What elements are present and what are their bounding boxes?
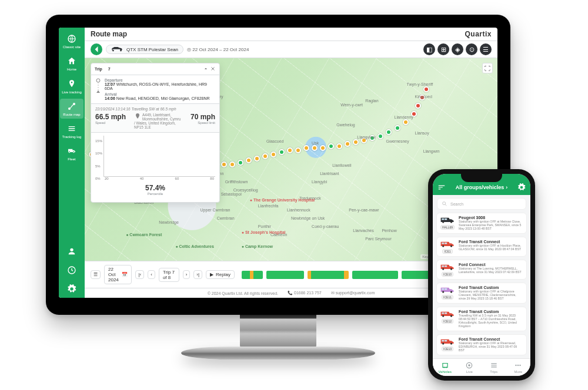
trip-pager[interactable]: Trip 7 of 8 bbox=[159, 268, 179, 282]
place-label: Usk bbox=[312, 141, 319, 145]
vehicle-id-tag: ICE13 bbox=[442, 347, 453, 351]
place-label: Parc Seymour bbox=[365, 237, 391, 241]
mapstyle-button-4[interactable]: ⊙ bbox=[466, 43, 477, 55]
sidebar-item-home[interactable]: Home bbox=[60, 53, 83, 73]
nav-tab-live[interactable]: Live bbox=[457, 359, 482, 376]
place-label: Llangview bbox=[357, 135, 375, 139]
mobile-nav: Vehicles Live Trips More bbox=[433, 358, 530, 376]
gear-icon[interactable] bbox=[517, 183, 526, 191]
place-label: Glascoed bbox=[266, 139, 284, 143]
vehicle-list[interactable]: HALL69 Peugeot 3008Stationary with ignit… bbox=[433, 213, 530, 358]
place-label: Llangybi bbox=[312, 180, 327, 184]
date-range: ◎ 22 Oct 2024 – 22 Oct 2024 bbox=[187, 47, 249, 52]
place-label: Newbridge bbox=[159, 220, 178, 224]
svg-rect-27 bbox=[442, 312, 444, 314]
svg-point-7 bbox=[443, 202, 446, 205]
vehicle-row[interactable]: ICE1 Ford Transit ConnectStationary with… bbox=[436, 237, 527, 257]
place-label: Llandenny bbox=[395, 115, 413, 119]
chevron-up-icon[interactable] bbox=[203, 66, 209, 72]
svg-rect-23 bbox=[442, 288, 444, 290]
first-trip-button[interactable]: |‹ bbox=[135, 270, 144, 279]
next-trip-button[interactable]: › bbox=[183, 270, 191, 279]
svg-point-10 bbox=[450, 221, 452, 223]
place-label: Gwernesney bbox=[386, 139, 409, 143]
svg-rect-15 bbox=[442, 243, 444, 244]
svg-rect-31 bbox=[442, 340, 444, 341]
vehicle-row[interactable]: ICE13 Ford Transit ConnectStationary wit… bbox=[436, 334, 527, 355]
brand-logo: Quartix bbox=[465, 30, 492, 38]
vehicle-row[interactable]: ICE10 Ford ConnectStationary at The Loan… bbox=[436, 260, 527, 280]
timeline-toggle[interactable]: ☰ bbox=[91, 270, 101, 279]
vehicle-id-tag: ICE1 bbox=[442, 249, 452, 254]
last-trip-button[interactable]: ›| bbox=[193, 270, 202, 279]
sidebar-user[interactable] bbox=[60, 244, 83, 260]
svg-line-8 bbox=[445, 204, 446, 206]
vehicle-chip-label: QTX STM Polestar Sean bbox=[126, 47, 178, 52]
mapstyle-button-1[interactable]: ◧ bbox=[423, 43, 435, 55]
titlebar: Route map Quartix bbox=[85, 28, 497, 41]
nav-tab-more[interactable]: More bbox=[506, 359, 531, 376]
svg-rect-19 bbox=[442, 265, 444, 267]
poi-label: ● Camp Kernow bbox=[242, 244, 273, 248]
sidebar-item-tracking log[interactable]: Tracking log bbox=[60, 121, 83, 141]
poi-label: ● Celtic Adventures bbox=[175, 244, 213, 248]
vehicle-id-tag: ICE12 bbox=[442, 319, 453, 324]
close-icon[interactable] bbox=[210, 66, 216, 72]
sidebar-item-fleet[interactable]: Fleet bbox=[60, 143, 83, 163]
place-label: Llantrisant bbox=[320, 172, 339, 176]
subheader: QTX STM Polestar Sean ◎ 22 Oct 2024 – 22… bbox=[85, 41, 497, 58]
sidebar-clock[interactable] bbox=[60, 263, 83, 279]
sort-icon[interactable] bbox=[437, 183, 446, 191]
globe-icon bbox=[66, 33, 77, 44]
prev-trip-button[interactable]: ‹ bbox=[148, 270, 155, 279]
svg-point-29 bbox=[442, 342, 444, 344]
place-label: Gwehelog bbox=[336, 123, 355, 127]
sidebar-item-classic site[interactable]: Classic site bbox=[60, 31, 83, 51]
vehicle-chip[interactable]: QTX STM Polestar Sean bbox=[106, 45, 183, 54]
place-label: Llanhennock bbox=[287, 208, 310, 212]
place-label: Kingcoed bbox=[415, 95, 432, 99]
vehicle-id-tag: ICE11 bbox=[442, 295, 453, 300]
route-icon bbox=[66, 101, 77, 112]
nav-tab-trips[interactable]: Trips bbox=[482, 359, 506, 376]
poi-label: ● Cwmcarn Forest bbox=[126, 233, 162, 237]
home-icon bbox=[66, 56, 77, 66]
clock-icon bbox=[66, 265, 77, 275]
svg-rect-20 bbox=[445, 265, 447, 267]
pin-icon bbox=[134, 113, 141, 120]
sidebar-item-live tracking[interactable]: Live tracking bbox=[60, 76, 83, 96]
poi-label: ● The Grange University Hospital bbox=[250, 198, 315, 202]
nav-tab-vehicles[interactable]: Vehicles bbox=[433, 359, 457, 376]
sidebar-item-route map[interactable]: Route map bbox=[60, 99, 83, 119]
trip-segment-strip[interactable] bbox=[242, 271, 458, 279]
sidebar-gear[interactable] bbox=[60, 281, 83, 298]
place-label: Cwmbran bbox=[217, 216, 235, 220]
mapstyle-button-3[interactable]: ◈ bbox=[452, 43, 463, 55]
place-label: Sebastopol bbox=[221, 192, 242, 196]
date-picker[interactable]: 22 Oct 2024 📅 bbox=[104, 265, 132, 284]
vehicle-row[interactable]: ICE12 Ford Transit CustomTravelling NW a… bbox=[436, 307, 527, 331]
vehicle-row[interactable]: ICE11 Ford Transit CustomStationary with… bbox=[436, 283, 527, 304]
svg-point-42 bbox=[517, 365, 519, 366]
place-label: Upper Cwmbran bbox=[201, 208, 230, 212]
mobile-screen: All groups/vehicles › Search HALL69 Peug… bbox=[433, 174, 530, 376]
place-label: Penhow bbox=[382, 228, 396, 233]
mapstyle-button-2[interactable]: ⊞ bbox=[437, 43, 449, 55]
vehicle-row[interactable]: HALL69 Peugeot 3008Stationary with ignit… bbox=[436, 213, 527, 234]
mapstyle-button-5[interactable]: ☰ bbox=[480, 43, 492, 55]
group-selector[interactable]: All groups/vehicles › bbox=[456, 184, 508, 190]
fullscreen-button[interactable]: ⛶ bbox=[482, 63, 493, 73]
place-label: Twyn-y-Sheriff bbox=[407, 82, 433, 86]
svg-point-41 bbox=[516, 365, 517, 366]
back-button[interactable] bbox=[91, 43, 102, 55]
place-label: Wern-y-cwrt bbox=[340, 103, 363, 107]
place-label: Llansoy bbox=[415, 131, 429, 135]
svg-point-37 bbox=[443, 367, 445, 368]
place-label: Raglan bbox=[365, 99, 378, 103]
place-label: Llanfrechfa bbox=[258, 204, 279, 208]
replay-button[interactable]: ▶ Replay bbox=[206, 270, 235, 279]
place-label: Llanllowell bbox=[332, 163, 351, 167]
mobile-search[interactable]: Search bbox=[437, 198, 526, 210]
place-label: Pen-y-cae-mawr bbox=[349, 208, 379, 212]
svg-rect-32 bbox=[445, 340, 447, 341]
